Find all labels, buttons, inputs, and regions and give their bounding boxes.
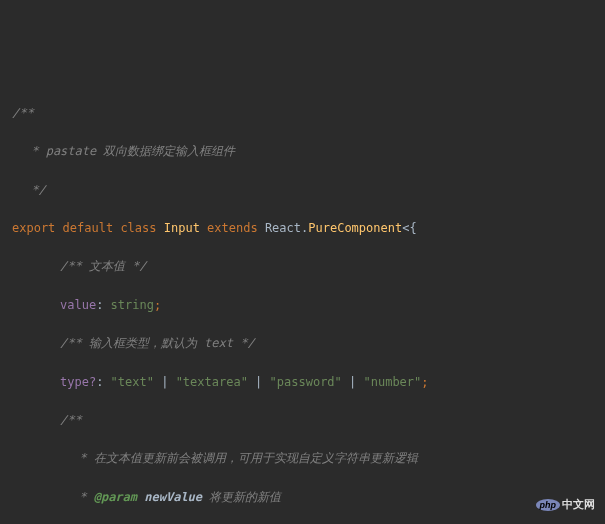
comment-line: * pastate 双向数据绑定输入框组件 [12,142,593,161]
pipe: | [342,375,364,389]
string-literal: "textarea" [176,375,248,389]
string-literal: "password" [270,375,342,389]
keyword-extends: extends [200,221,258,235]
code-line: value: string; [12,296,593,315]
keyword-class: class [113,221,156,235]
comment-line: /** 文本值 */ [12,257,593,276]
namespace: React [258,221,301,235]
colon: : [96,375,110,389]
jsdoc-param: @param [94,490,137,504]
bracket: <{ [402,221,416,235]
param-name: newValue [137,490,202,504]
comment-star: * [72,490,94,504]
prop-type: type? [60,375,96,389]
code-line: export default class Input extends React… [12,219,593,238]
pipe: | [154,375,176,389]
comment-line: /** 输入框类型，默认为 text */ [12,334,593,353]
php-logo-icon: php [536,499,561,511]
comment-line: * @param newValue 将更新的新值 [12,488,593,507]
comment-line: /** [12,411,593,430]
watermark: php中文网 [529,479,595,514]
code-block: /** * pastate 双向数据绑定输入框组件 */ export defa… [12,85,593,524]
colon: : [96,298,110,312]
class-purecomponent: PureComponent [308,221,402,235]
pipe: | [248,375,270,389]
param-desc: 将更新的新值 [202,490,281,504]
class-name: Input [157,221,200,235]
watermark-text: 中文网 [562,498,595,510]
comment-line: * 在文本值更新前会被调用，可用于实现自定义字符串更新逻辑 [12,449,593,468]
prop-value: value [60,298,96,312]
string-literal: "text" [111,375,154,389]
code-line: type?: "text" | "textarea" | "password" … [12,373,593,392]
comment-line: */ [12,181,593,200]
keyword-default: default [55,221,113,235]
type: string [111,298,154,312]
string-literal: "number" [364,375,422,389]
semicolon: ; [154,298,161,312]
comment-line: /** [12,104,593,123]
semicolon: ; [421,375,428,389]
keyword-export: export [12,221,55,235]
